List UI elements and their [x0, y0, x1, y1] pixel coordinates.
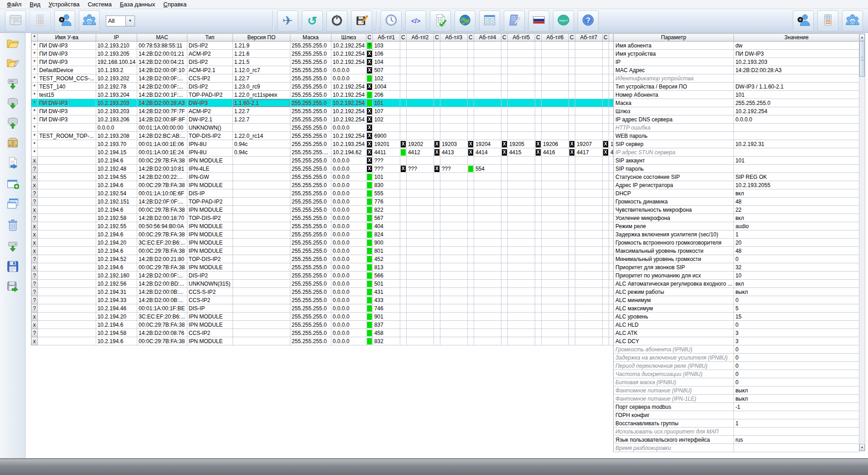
cell-type[interactable]: IPN-4LE	[187, 165, 232, 173]
cell-name[interactable]: ПИ DW-IP3	[38, 50, 96, 58]
cell-type[interactable]: ACM-IP2	[187, 107, 232, 115]
cell-subscriber-number[interactable]	[575, 132, 602, 140]
cell-subscriber-number[interactable]	[507, 66, 535, 74]
cell-status[interactable]	[434, 157, 440, 165]
cell-ip[interactable]: 10.2.194.6	[96, 181, 137, 189]
cell-status[interactable]	[535, 214, 541, 222]
row-status-marker[interactable]: x	[31, 337, 38, 345]
cell-subscriber-number[interactable]	[575, 50, 602, 58]
cell-mask[interactable]: 255.255.255.0	[290, 140, 331, 148]
cell-subscriber-number[interactable]	[474, 214, 501, 222]
cell-subscriber-number[interactable]	[541, 313, 568, 321]
cell-version[interactable]	[232, 214, 290, 222]
cell-gateway[interactable]: 0.0.0.0	[331, 189, 366, 198]
cell-status[interactable]	[434, 239, 440, 247]
cell-mask[interactable]: 255.255.255.0	[290, 66, 331, 74]
row-status-marker[interactable]: ?	[31, 198, 38, 206]
param-column-header[interactable]: Параметр	[614, 34, 734, 42]
cell-name[interactable]: ПИ DW-IP3	[38, 107, 96, 115]
param-value[interactable]: 10	[734, 271, 859, 280]
cell-ip[interactable]: 10.2.194.55	[96, 173, 137, 181]
row-status-marker[interactable]: ?	[31, 304, 38, 313]
cell-status[interactable]	[434, 296, 440, 304]
cell-mac[interactable]: 14:2B:D2:00:0F:10	[137, 66, 187, 74]
cell-name[interactable]	[38, 239, 96, 247]
param-value[interactable]: выкл	[734, 386, 859, 395]
cell-subscriber-number[interactable]: ???	[372, 157, 400, 165]
cell-gateway[interactable]: 0.0.0.0	[331, 255, 366, 263]
cell-status[interactable]	[434, 321, 440, 329]
cell-mask[interactable]: 255.255.255.0	[290, 132, 331, 140]
cell-status[interactable]	[400, 321, 406, 329]
param-value[interactable]	[734, 444, 859, 452]
column-header-mask[interactable]: Маска	[290, 34, 331, 42]
cell-gateway[interactable]: 10.2.193.254	[331, 140, 366, 148]
cell-subscriber-number[interactable]: 102	[372, 115, 400, 124]
cell-status[interactable]	[602, 206, 609, 214]
cell-status[interactable]	[602, 189, 609, 198]
cell-status[interactable]	[535, 280, 541, 288]
cell-status[interactable]	[366, 313, 372, 321]
cell-subscriber-number[interactable]	[541, 115, 568, 124]
cell-status[interactable]	[366, 337, 372, 345]
cell-status[interactable]	[366, 321, 372, 329]
cell-subscriber-number[interactable]	[541, 239, 568, 247]
cell-status[interactable]	[535, 271, 541, 280]
cell-subscriber-number[interactable]	[474, 313, 501, 321]
cell-subscriber-number[interactable]	[575, 263, 602, 271]
cell-mask[interactable]: 255.255.255.0	[290, 230, 331, 239]
cell-name[interactable]	[38, 173, 96, 181]
cell-status[interactable]	[568, 337, 575, 345]
cell-mac[interactable]: 14:2B:D2:0F:0F:...	[137, 198, 187, 206]
cell-mac[interactable]: 00:50:56:94:B0:0A	[137, 222, 187, 230]
cell-mask[interactable]: 255.255.255.0	[290, 247, 331, 255]
cell-version[interactable]	[232, 304, 290, 313]
cell-gateway[interactable]: 0.0.0.0	[331, 222, 366, 230]
cell-name[interactable]	[38, 198, 96, 206]
cell-gateway[interactable]: 0.0.0.0	[331, 214, 366, 222]
cell-status[interactable]	[602, 83, 609, 91]
cell-status[interactable]	[501, 91, 507, 99]
cell-subscriber-number[interactable]	[507, 83, 535, 91]
cell-status[interactable]	[535, 329, 541, 337]
cell-status[interactable]: X	[366, 66, 372, 74]
cell-status[interactable]	[568, 230, 575, 239]
users-button-2[interactable]	[842, 10, 863, 31]
row-status-marker[interactable]: ?	[31, 271, 38, 280]
cell-version[interactable]	[232, 321, 290, 329]
cell-subscriber-number[interactable]	[406, 239, 434, 247]
cell-status[interactable]	[434, 132, 440, 140]
cell-status[interactable]	[400, 173, 406, 181]
cell-subscriber-number[interactable]: 776	[372, 198, 400, 206]
cell-subscriber-number[interactable]	[440, 132, 467, 140]
cell-type[interactable]: UNKNOWN(315)	[187, 280, 232, 288]
menu-item-5[interactable]: База данных	[116, 0, 159, 8]
cell-mask[interactable]: 255.255.255.0	[290, 313, 331, 321]
cell-subscriber-number[interactable]	[507, 198, 535, 206]
device-download-button[interactable]	[3, 76, 22, 94]
param-value[interactable]: вкл	[734, 214, 859, 222]
cell-status[interactable]	[400, 66, 406, 74]
cell-status[interactable]	[467, 304, 474, 313]
cell-ip[interactable]: 10.2.194.6	[96, 247, 137, 255]
param-value[interactable]: 10.2.193.203	[734, 58, 859, 66]
cell-status[interactable]	[568, 91, 575, 99]
cell-subscriber-number[interactable]	[507, 329, 535, 337]
cell-subscriber-number[interactable]	[440, 124, 467, 132]
cell-status[interactable]	[602, 304, 609, 313]
cell-subscriber-number[interactable]	[541, 206, 568, 214]
cell-subscriber-number[interactable]	[406, 157, 434, 165]
cell-subscriber-number[interactable]	[575, 255, 602, 263]
cell-mask[interactable]: 255.255.255.0	[290, 173, 331, 181]
row-status-marker[interactable]: x	[31, 222, 38, 230]
param-value[interactable]: 0	[734, 378, 859, 386]
cell-status[interactable]	[467, 99, 474, 107]
cell-status[interactable]	[535, 239, 541, 247]
cell-type[interactable]: TOP-PAD-IP2	[187, 91, 232, 99]
param-value[interactable]: -1	[734, 403, 859, 411]
cell-subscriber-number[interactable]	[575, 107, 602, 115]
cell-subscriber-number[interactable]	[474, 74, 501, 83]
cell-type[interactable]: TOP-DIS-IP2	[187, 214, 232, 222]
scroll-up-icon[interactable]: ▲	[859, 34, 865, 41]
cell-status[interactable]	[467, 74, 474, 83]
